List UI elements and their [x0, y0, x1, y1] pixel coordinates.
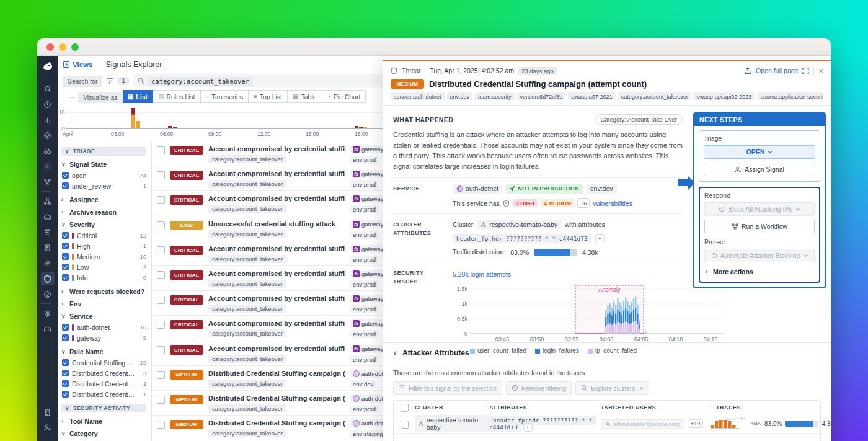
checkbox-checked[interactable] — [62, 324, 69, 331]
facet-item-critical[interactable]: Critical12 — [61, 230, 146, 241]
facet-group-category[interactable]: ∨Category — [61, 430, 146, 437]
login-attempts-link[interactable]: 5.28k login attempts — [453, 270, 511, 278]
invite-icon[interactable] — [41, 421, 55, 434]
vulnerabilities-link[interactable]: vulnerabilities — [593, 200, 632, 207]
targeted-user-chip[interactable]: albin.keebler@acme.corp — [601, 419, 684, 429]
signal-row[interactable]: CRITICALAccount compromised by credentia… — [152, 191, 389, 216]
timeline-bar[interactable] — [136, 121, 140, 128]
attacker-button-remove-filtering[interactable]: Remove filtering — [506, 381, 572, 395]
row-checkbox[interactable] — [157, 221, 165, 229]
signal-tag[interactable]: env:dev — [447, 92, 473, 100]
login-attempts-chart[interactable]: 1.5k1k0.5k003:4503:5003:5504:0004:0504:1… — [453, 282, 683, 346]
facet-item-low[interactable]: Low2 — [61, 262, 146, 272]
signal-row[interactable]: CRITICALAccount compromised by credentia… — [152, 316, 389, 341]
facet-group-rule-name[interactable]: ∨Rule Name — [61, 348, 146, 355]
checkbox-checked[interactable] — [62, 334, 69, 341]
facet-section-triage[interactable]: ∨TRIAGE — [61, 147, 146, 156]
signal-row[interactable]: CRITICALAccount compromised by credentia… — [152, 166, 389, 191]
automate-attacker-blocking-button[interactable]: Automate Attacker Blocking — [704, 249, 815, 262]
attacker-button-explore-clusters[interactable]: Explore clusters↗ — [575, 381, 649, 395]
row-checkbox[interactable] — [157, 196, 165, 204]
facet-group-tool-name[interactable]: ›Tool Name — [61, 417, 146, 425]
row-checkbox[interactable] — [157, 346, 165, 354]
signal-tag[interactable]: version:6d72cf8b — [517, 92, 566, 100]
viz-option-timeseries[interactable]: ≈Timeseries — [201, 90, 249, 103]
views-button[interactable]: Views — [63, 61, 92, 68]
checkbox-checked[interactable] — [62, 172, 69, 179]
column-header-targeted-users[interactable]: TARGETED USERS — [601, 404, 709, 411]
search-query[interactable]: category:account_takeover — [148, 77, 252, 86]
logs-icon[interactable] — [41, 241, 55, 254]
checkbox-checked[interactable] — [62, 232, 69, 239]
minimize-window-button[interactable] — [59, 43, 66, 51]
binoculars-icon[interactable] — [41, 144, 55, 158]
cloud-icon[interactable] — [41, 210, 55, 223]
more-users-chip[interactable]: +19 — [688, 419, 703, 428]
facet-group-were-requests-blocked-[interactable]: ›Were requests blocked? — [61, 288, 146, 295]
filter-icon[interactable] — [106, 78, 113, 84]
viz-option-list[interactable]: ▤List — [123, 90, 153, 103]
open-full-page-link[interactable]: Open full page — [756, 67, 798, 74]
signal-row[interactable]: CRITICALAccount compromised by credentia… — [152, 341, 389, 366]
checkbox-checked[interactable] — [62, 380, 69, 387]
attribute-more-chip[interactable]: + — [523, 423, 533, 432]
column-header-cluster[interactable]: CLUSTER — [415, 404, 489, 411]
column-header-traces[interactable]: ↓ TRACES — [709, 404, 820, 411]
service-chip[interactable]: auth-dotnet — [453, 184, 502, 194]
filter-count-badge[interactable]: 1 — [117, 77, 130, 85]
run-workflow-button[interactable]: Run a Workflow — [704, 220, 815, 233]
signal-row[interactable]: CRITICALAccount compromised by credentia… — [152, 266, 389, 291]
triage-status-dropdown[interactable]: OPEN — [704, 145, 815, 159]
timeline-bar[interactable] — [131, 108, 135, 128]
checkbox-checked[interactable] — [62, 391, 69, 398]
signal-tag[interactable]: owasp:a07-2021 — [568, 92, 616, 100]
timeline-bar[interactable] — [168, 126, 172, 128]
facet-item-high[interactable]: High1 — [61, 241, 146, 251]
signal-tag[interactable]: source:application-security — [757, 92, 823, 100]
facet-item-under-review[interactable]: under_review1 — [61, 180, 146, 191]
facet-group-signal-state[interactable]: ∨Signal State — [61, 161, 146, 168]
checkbox-checked[interactable] — [62, 243, 69, 249]
facet-item-distributed-credential-stu-[interactable]: Distributed Credential Stu...2 — [61, 378, 146, 389]
expand-icon[interactable] — [802, 68, 809, 74]
signal-tag[interactable]: category:account_takeover — [618, 92, 691, 100]
viz-option-table[interactable]: ▦Table — [288, 90, 322, 103]
facet-group-archive-reason[interactable]: ›Archive reason — [61, 208, 146, 216]
row-checkbox[interactable] — [157, 371, 165, 379]
signal-row[interactable]: CRITICALAccount compromised by credentia… — [152, 291, 389, 316]
facet-group-env[interactable]: ›Env — [61, 300, 146, 308]
workflows-icon[interactable] — [41, 175, 55, 189]
cluster-attribute-chip[interactable]: header_fp:hdr-??????????-*-*-c4441d73 — [453, 234, 591, 243]
signal-tag[interactable]: owasp-api:api02-2023 — [694, 92, 755, 100]
attacker-table-row[interactable]: respective-tomato-baby header_fp:hdr-???… — [394, 414, 820, 433]
close-panel-button[interactable]: × — [818, 67, 823, 75]
search-icon[interactable] — [41, 82, 55, 96]
row-checkbox[interactable] — [157, 421, 165, 429]
signal-row[interactable]: CRITICALAccount compromised by credentia… — [152, 241, 389, 266]
facet-item-open[interactable]: open24 — [61, 170, 146, 180]
row-checkbox[interactable] — [157, 321, 165, 329]
signal-tag[interactable]: team:security — [475, 92, 515, 100]
facet-item-distributed-credential-stu-[interactable]: Distributed Credential Stu...3 — [61, 368, 146, 378]
share-icon[interactable] — [744, 67, 751, 74]
checkbox-checked[interactable] — [62, 370, 69, 376]
block-attacking-ips-button[interactable]: Block All Attacking IPs — [704, 202, 815, 216]
attribute-more-chip[interactable]: + — [595, 234, 604, 243]
signal-row[interactable]: CRITICALAccount compromised by credentia… — [152, 141, 389, 166]
attacker-button-filter-this-signal-by-the-selection[interactable]: Filter this signal by the selection — [393, 381, 502, 395]
facet-item-gateway[interactable]: gateway9 — [61, 332, 146, 343]
signal-row[interactable]: MEDIUMDistributed Credential Stuffing ca… — [152, 416, 389, 440]
column-header-attributes[interactable]: ATTRIBUTES — [489, 404, 601, 411]
ci-icon[interactable] — [41, 287, 55, 301]
legend-item-login_failures[interactable]: login_failures — [535, 347, 579, 354]
timeline-bar[interactable] — [359, 127, 363, 128]
traces-icon[interactable] — [41, 225, 55, 239]
checkbox-checked[interactable] — [62, 359, 69, 366]
legend-item-user_count_failed[interactable]: user_count_failed — [470, 347, 526, 354]
checkbox-checked[interactable] — [62, 253, 69, 260]
security-icon[interactable] — [41, 272, 55, 285]
timeline-bar[interactable] — [363, 127, 367, 128]
cluster-name-chip[interactable]: respective-tomato-baby — [415, 415, 489, 432]
facet-group-assignee[interactable]: ›Assignee — [61, 196, 146, 203]
org-icon[interactable] — [41, 405, 55, 419]
